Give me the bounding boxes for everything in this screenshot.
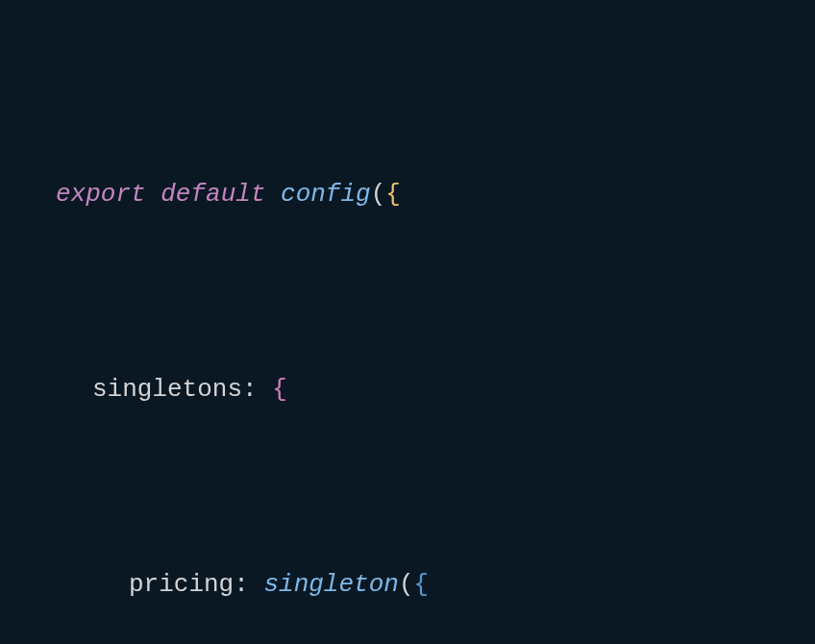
code-line-2: singletons: { bbox=[56, 358, 759, 423]
brace-open: { bbox=[413, 570, 429, 599]
prop-pricing: pricing bbox=[129, 570, 234, 599]
code-line-1: export default config({ bbox=[56, 162, 759, 228]
paren-open: ( bbox=[371, 180, 386, 209]
code-snippet: export default config({ singletons: { pr… bbox=[56, 33, 759, 644]
paren-open: ( bbox=[399, 570, 414, 599]
prop-singletons: singletons bbox=[92, 375, 242, 404]
code-line-3: pricing: singleton({ bbox=[56, 553, 759, 618]
brace-open: { bbox=[272, 375, 287, 404]
brace-open: { bbox=[385, 180, 401, 209]
function-config: config bbox=[281, 180, 371, 209]
keyword-default: default bbox=[161, 180, 265, 209]
function-singleton: singleton bbox=[263, 570, 398, 599]
keyword-export: export bbox=[56, 180, 146, 209]
colon: : bbox=[234, 570, 249, 599]
colon: : bbox=[242, 375, 258, 404]
